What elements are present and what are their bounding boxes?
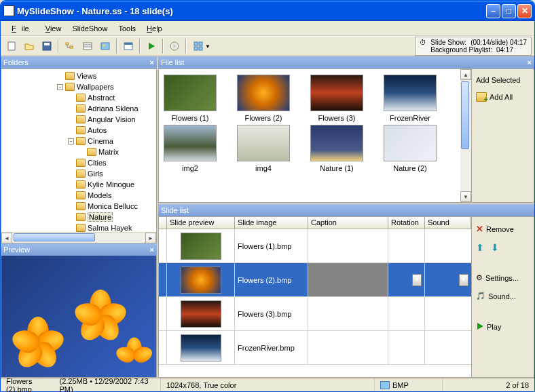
- folder-tree[interactable]: Views-WallpapersAbstractAdriana SklenaAn…: [1, 68, 157, 243]
- thumb-item[interactable]: Flowers (1): [162, 75, 219, 122]
- status-filename: Flowers (2).bmp (2.25MB • 12/29/2002 7:4…: [1, 378, 161, 391]
- tree-item[interactable]: Nature: [3, 212, 155, 222]
- tree-item[interactable]: Matrix: [3, 146, 155, 157]
- filelist-panel-header: File list×: [158, 56, 534, 68]
- move-up-button[interactable]: ⬆: [476, 242, 484, 253]
- tree-h-scrollbar[interactable]: ◄ ►: [1, 232, 156, 243]
- tree-item[interactable]: Autos: [3, 125, 155, 136]
- slide-thumb: [181, 267, 221, 294]
- scroll-down-button[interactable]: ▼: [460, 191, 471, 202]
- menu-view[interactable]: View: [40, 23, 67, 34]
- menubar: File View SlideShow Tools Help: [1, 21, 534, 36]
- settings-button[interactable]: ⚙ Settings...: [475, 272, 531, 283]
- maximize-button[interactable]: □: [502, 4, 516, 18]
- table-row[interactable]: Flowers (2).bmp▼▼: [159, 263, 471, 297]
- folder-icon: [76, 159, 86, 167]
- thumbnail-grid[interactable]: Flowers (1)Flowers (2)Flowers (3)FrozenR…: [158, 68, 472, 203]
- minimize-button[interactable]: –: [486, 4, 500, 18]
- preview-close-icon[interactable]: ×: [150, 246, 154, 254]
- slide-image-cell: FrozenRiver.bmp: [235, 331, 308, 364]
- tree-item[interactable]: Kylie Minogue: [3, 179, 155, 190]
- thumb-label: Nature (1): [320, 164, 354, 172]
- burn-button[interactable]: [166, 38, 183, 54]
- slide-thumb: [181, 334, 221, 361]
- sound-button[interactable]: 🎵 Sound...: [475, 290, 531, 302]
- save-button[interactable]: [39, 38, 55, 54]
- folder-icon: [65, 83, 75, 91]
- table-row[interactable]: FrozenRiver.bmp: [159, 331, 471, 365]
- play-button[interactable]: Play: [475, 321, 531, 333]
- col-rotation[interactable]: Rotation: [388, 217, 425, 229]
- app-icon: [3, 5, 14, 16]
- thumb-image: [164, 125, 217, 161]
- table-row[interactable]: Flowers (1).bmp: [159, 229, 471, 263]
- menu-tools[interactable]: Tools: [113, 23, 141, 34]
- menu-file[interactable]: File: [6, 23, 40, 34]
- slide-table-body[interactable]: Flowers (1).bmpFlowers (2).bmp▼▼Flowers …: [158, 229, 472, 378]
- col-image[interactable]: Slide image: [235, 217, 308, 229]
- tree-item[interactable]: Views: [3, 71, 155, 81]
- folders-panel-header: Folders×: [1, 56, 157, 68]
- play-slideshow-button[interactable]: [143, 38, 160, 54]
- tree-item[interactable]: Cities: [3, 157, 155, 168]
- tree-item[interactable]: Angular Vision: [3, 114, 155, 125]
- thumb-label: Flowers (3): [318, 114, 355, 122]
- col-sound[interactable]: Sound: [425, 217, 471, 229]
- move-down-button[interactable]: ⬇: [491, 242, 499, 253]
- svg-point-9: [103, 45, 105, 47]
- thumb-item[interactable]: Flowers (2): [235, 75, 292, 122]
- view-image-button[interactable]: [97, 38, 113, 54]
- new-button[interactable]: [3, 38, 20, 54]
- table-row[interactable]: Flowers (3).bmp: [159, 297, 471, 331]
- rotation-dropdown[interactable]: ▼: [412, 274, 422, 286]
- add-selected-button[interactable]: Add Selected: [475, 75, 531, 85]
- thumb-item[interactable]: Flowers (3): [308, 75, 365, 122]
- app-window: MySlideShow - Nature.ss - 18 slide(s) – …: [0, 0, 535, 392]
- thumb-item[interactable]: img4: [235, 125, 292, 172]
- scroll-right-button[interactable]: ►: [145, 233, 156, 243]
- tree-item[interactable]: Abstract: [3, 92, 155, 103]
- main-area: Folders× Views-WallpapersAbstractAdriana…: [1, 56, 534, 378]
- slidelist-actions: ✕ Remove ⬆ ⬇ ⚙ Settings... 🎵 Sound...: [472, 216, 534, 378]
- folders-close-icon[interactable]: ×: [150, 58, 154, 66]
- view-list-button[interactable]: [79, 38, 96, 54]
- col-caption[interactable]: Caption: [308, 217, 388, 229]
- open-button[interactable]: [21, 38, 37, 54]
- add-all-button[interactable]: + Add All: [475, 91, 531, 103]
- thumb-image: [237, 75, 290, 111]
- view-mode-button[interactable]: ▼: [189, 38, 214, 54]
- tree-item[interactable]: Monica Bellucc: [3, 201, 155, 212]
- thumb-item[interactable]: img2: [162, 125, 219, 172]
- preview-image: [1, 256, 157, 378]
- thumbs-v-scrollbar[interactable]: ▲ ▼: [460, 69, 471, 202]
- menu-slideshow[interactable]: SlideShow: [67, 23, 113, 34]
- thumb-item[interactable]: Nature (2): [382, 125, 439, 172]
- toolbar: ▼ ⏱Slide Show:(00:14/slide) 04:17 ⏱Backg…: [1, 36, 534, 56]
- scroll-left-button[interactable]: ◄: [1, 233, 12, 243]
- tree-item[interactable]: Models: [3, 190, 155, 201]
- thumb-label: Flowers (2): [244, 114, 282, 122]
- menu-help[interactable]: Help: [141, 23, 168, 34]
- gear-icon: ⚙: [476, 273, 483, 282]
- tree-item[interactable]: -Cinema: [3, 136, 155, 146]
- thumb-item[interactable]: Nature (1): [308, 125, 365, 172]
- tree-item[interactable]: Adriana Sklena: [3, 103, 155, 114]
- close-button[interactable]: ✕: [517, 4, 532, 18]
- view-tree-button[interactable]: [62, 38, 78, 54]
- tree-item[interactable]: Girls: [3, 168, 155, 179]
- folder-icon: [76, 191, 86, 199]
- folder-icon: [76, 224, 86, 232]
- filelist-actions: Add Selected + Add All: [472, 68, 534, 203]
- scroll-up-button[interactable]: ▲: [460, 69, 471, 80]
- remove-button[interactable]: ✕ Remove: [475, 222, 531, 235]
- slide-thumb: [181, 233, 221, 260]
- titlebar[interactable]: MySlideShow - Nature.ss - 18 slide(s) – …: [1, 1, 534, 21]
- sound-dropdown[interactable]: ▼: [459, 274, 468, 286]
- view-window-button[interactable]: [120, 38, 136, 54]
- thumb-item[interactable]: FrozenRiver: [382, 75, 439, 122]
- tree-item[interactable]: -Wallpapers: [3, 81, 155, 92]
- thumb-image: [384, 75, 437, 111]
- filelist-close-icon[interactable]: ×: [528, 58, 532, 66]
- folder-icon: [76, 126, 86, 134]
- col-preview[interactable]: Slide preview: [167, 217, 235, 229]
